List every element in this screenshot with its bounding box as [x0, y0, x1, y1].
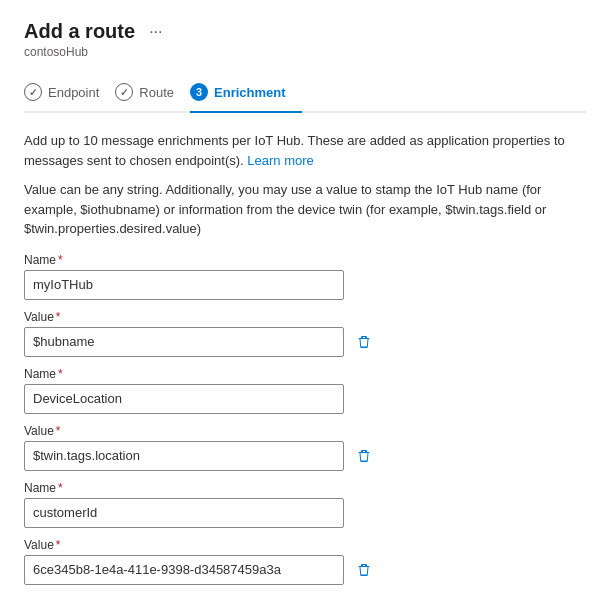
- enrichment-1: Name* Value*: [24, 253, 586, 357]
- enrichment-1-value-input[interactable]: [24, 327, 344, 357]
- info-section: Add up to 10 message enrichments per IoT…: [24, 131, 586, 239]
- enrichment-3-value-group: Value*: [24, 538, 586, 585]
- enrichment-3-value-row: [24, 555, 586, 585]
- step-endpoint[interactable]: ✓ Endpoint: [24, 75, 115, 111]
- delete-icon-3: [356, 562, 372, 578]
- enrichments-container: Name* Value* Name*: [24, 253, 586, 585]
- enrichment-2-delete-button[interactable]: [352, 444, 376, 468]
- page-title: Add a route: [24, 20, 135, 43]
- delete-icon: [356, 334, 372, 350]
- enrichment-2-value-group: Value*: [24, 424, 586, 471]
- step-enrichment-number: 3: [190, 83, 208, 101]
- enrichment-1-value-label: Value*: [24, 310, 586, 324]
- enrichment-2-value-label: Value*: [24, 424, 586, 438]
- enrichment-1-delete-button[interactable]: [352, 330, 376, 354]
- delete-icon-2: [356, 448, 372, 464]
- subtitle: contosoHub: [24, 45, 586, 59]
- enrichment-2: Name* Value*: [24, 367, 586, 471]
- enrichment-1-name-input[interactable]: [24, 270, 344, 300]
- step-endpoint-label: Endpoint: [48, 85, 99, 100]
- enrichment-3-value-input[interactable]: [24, 555, 344, 585]
- enrichment-3-value-label: Value*: [24, 538, 586, 552]
- enrichment-2-name-input[interactable]: [24, 384, 344, 414]
- required-star: *: [58, 253, 63, 267]
- page-header: Add a route ···: [24, 20, 586, 43]
- step-route-check: ✓: [115, 83, 133, 101]
- step-enrichment-label: Enrichment: [214, 85, 286, 100]
- enrichment-2-name-label: Name*: [24, 367, 586, 381]
- enrichment-3-delete-button[interactable]: [352, 558, 376, 582]
- enrichment-3-name-group: Name*: [24, 481, 586, 528]
- enrichment-1-value-group: Value*: [24, 310, 586, 357]
- info-block-1: Add up to 10 message enrichments per IoT…: [24, 131, 586, 170]
- enrichment-1-name-group: Name*: [24, 253, 586, 300]
- ellipsis-button[interactable]: ···: [145, 21, 166, 43]
- enrichment-3-name-input[interactable]: [24, 498, 344, 528]
- enrichment-2-value-input[interactable]: [24, 441, 344, 471]
- enrichment-1-value-row: [24, 327, 586, 357]
- enrichment-1-name-label: Name*: [24, 253, 586, 267]
- info-block-2: Value can be any string. Additionally, y…: [24, 180, 586, 239]
- enrichment-3-name-label: Name*: [24, 481, 586, 495]
- learn-more-link[interactable]: Learn more: [247, 153, 313, 168]
- enrichment-2-value-row: [24, 441, 586, 471]
- step-endpoint-check: ✓: [24, 83, 42, 101]
- step-enrichment[interactable]: 3 Enrichment: [190, 75, 302, 111]
- steps-nav: ✓ Endpoint ✓ Route 3 Enrichment: [24, 75, 586, 113]
- step-route[interactable]: ✓ Route: [115, 75, 190, 111]
- enrichment-2-name-group: Name*: [24, 367, 586, 414]
- enrichment-3: Name* Value*: [24, 481, 586, 585]
- step-route-label: Route: [139, 85, 174, 100]
